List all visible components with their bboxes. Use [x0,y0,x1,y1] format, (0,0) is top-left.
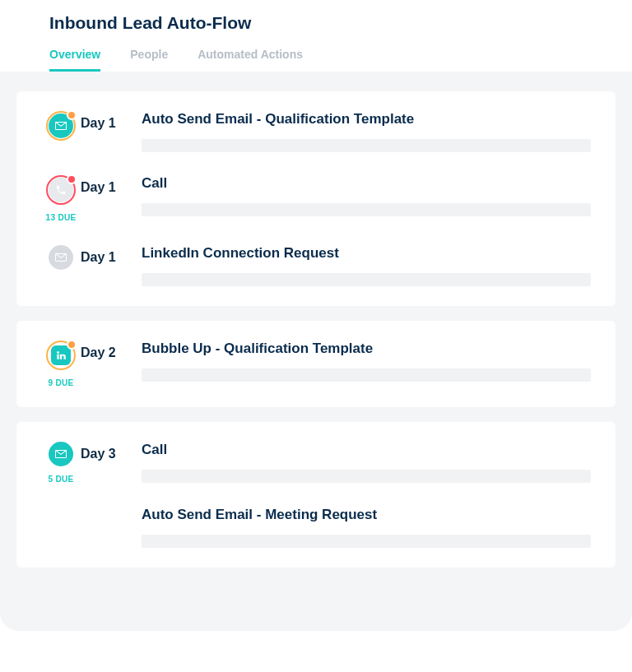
day-label: Day 1 [81,111,142,131]
day-group-card: 9 DUE Day 2 Bubble Up - Qualification Te… [16,321,616,407]
badge-icon [67,110,77,120]
tab-overview[interactable]: Overview [49,48,100,72]
linkedin-icon [46,341,76,370]
tabs: Overview People Automated Actions [49,48,583,72]
due-label: 5 DUE [49,475,74,484]
page-title: Inbound Lead Auto-Flow [49,13,583,33]
placeholder-line [142,273,591,286]
tab-people[interactable]: People [130,48,168,72]
flow-step[interactable]: Auto Send Email - Meeting Request [41,507,591,548]
email-icon [49,245,73,270]
badge-icon [67,174,77,184]
flow-step[interactable]: 5 DUE Day 3 Call [41,442,591,484]
flow-step[interactable]: Day 1 Auto Send Email - Qualification Te… [41,111,591,152]
step-title: Bubble Up - Qualification Template [142,341,591,357]
flow-step[interactable]: 9 DUE Day 2 Bubble Up - Qualification Te… [41,341,591,387]
placeholder-line [142,535,591,548]
step-title: Call [142,175,591,192]
due-label: 9 DUE [49,378,74,387]
badge-icon [67,340,77,350]
placeholder-line [142,470,591,483]
call-icon [46,175,76,205]
placeholder-line [142,139,591,152]
content-panel: Day 1 Auto Send Email - Qualification Te… [0,72,632,631]
day-group-card: Day 1 Auto Send Email - Qualification Te… [16,91,616,306]
day-label: Day 1 [81,245,142,265]
step-title: LinkedIn Connection Request [142,245,591,262]
day-label: Day 2 [81,341,142,360]
tab-automated-actions[interactable]: Automated Actions [198,48,303,72]
email-icon [46,111,76,141]
day-group-card: 5 DUE Day 3 Call Auto Send Email - Meeti… [16,422,616,568]
email-icon [49,442,73,466]
flow-step[interactable]: Day 1 LinkedIn Connection Request [41,245,591,286]
placeholder-line [142,368,591,382]
flow-step[interactable]: 13 DUE Day 1 Call [41,175,591,222]
placeholder-line [142,203,591,216]
day-label: Day 1 [81,175,142,195]
due-label: 13 DUE [46,213,77,222]
day-label: Day 3 [81,442,142,461]
step-title: Auto Send Email - Meeting Request [142,507,591,523]
step-title: Call [142,442,591,458]
day-label [81,507,142,512]
step-title: Auto Send Email - Qualification Template [142,111,591,127]
